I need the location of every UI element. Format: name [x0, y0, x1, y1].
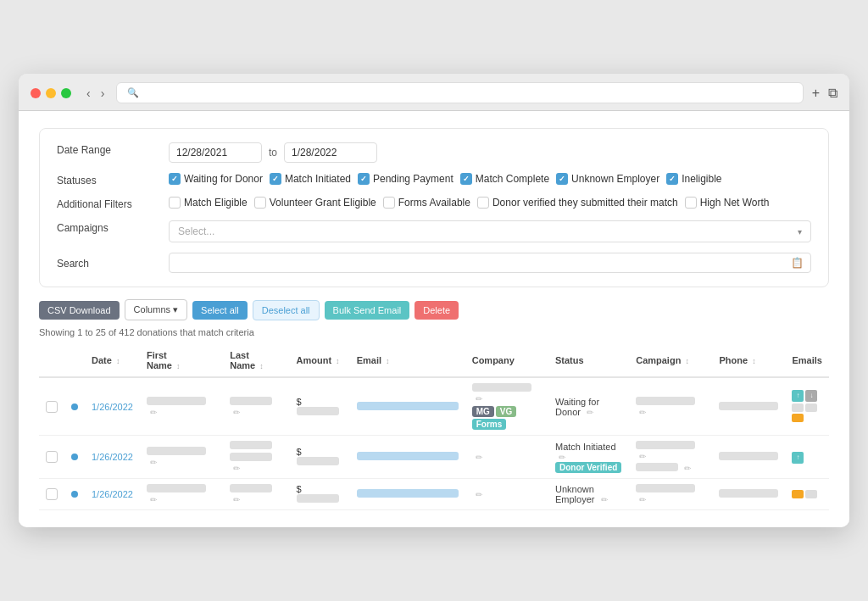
date-range-content: to: [169, 142, 811, 163]
statuses-label: Statuses: [57, 173, 159, 186]
filter-volunteer[interactable]: Volunteer Grant Eligible: [254, 197, 376, 209]
checkbox-initiated[interactable]: [270, 173, 281, 185]
status-waiting[interactable]: Waiting for Donor: [169, 173, 263, 185]
row1-dot-cell: [64, 377, 85, 436]
row1-checkbox[interactable]: [46, 401, 58, 413]
date-from-input[interactable]: [169, 142, 262, 163]
close-button[interactable]: [31, 88, 41, 98]
row3-checkbox[interactable]: [46, 488, 58, 500]
search-label: Search: [57, 256, 159, 270]
delete-button[interactable]: Delete: [415, 301, 459, 320]
status-complete[interactable]: Match Complete: [460, 173, 549, 185]
checkbox-ineligible[interactable]: [666, 173, 678, 185]
row1-edit-firstname-icon[interactable]: ✏: [150, 408, 157, 417]
checkbox-volunteer[interactable]: [254, 197, 266, 209]
row1-edit-status-icon[interactable]: ✏: [587, 408, 593, 417]
checkbox-forms[interactable]: [383, 197, 395, 209]
row1-email-icon1[interactable]: ↑: [792, 390, 804, 402]
row3-company: ✏: [465, 479, 548, 510]
row2-checkbox-cell[interactable]: [39, 436, 64, 479]
campaigns-select[interactable]: Select... ▾: [169, 220, 811, 242]
row1-campaign: ✏: [629, 377, 712, 436]
browser-chrome: ‹ › 🔍 + ⧉: [19, 74, 849, 111]
filter-match-eligible[interactable]: Match Eligible: [169, 197, 248, 209]
row3-last-name: ✏: [223, 479, 289, 510]
row2-edit-campaign2-icon[interactable]: ✏: [684, 464, 691, 473]
row2-edit-status-icon[interactable]: ✏: [559, 453, 565, 462]
columns-button[interactable]: Columns ▾: [125, 299, 187, 320]
th-campaign[interactable]: Campaign ↕: [629, 344, 712, 377]
row1-edit-campaign-icon[interactable]: ✏: [639, 408, 646, 417]
checkbox-match-eligible[interactable]: [169, 197, 181, 209]
row3-edit-company-icon[interactable]: ✏: [476, 490, 482, 499]
row3-edit-status-icon[interactable]: ✏: [601, 495, 608, 504]
checkbox-donor-verified[interactable]: [477, 197, 489, 209]
checkbox-waiting[interactable]: [169, 173, 181, 185]
row2-edit-campaign-icon[interactable]: ✏: [639, 452, 646, 461]
maximize-button[interactable]: [61, 88, 71, 98]
row2-edit-company-icon[interactable]: ✏: [476, 453, 482, 462]
th-email[interactable]: Email ↕: [350, 344, 465, 377]
status-ineligible[interactable]: Ineligible: [666, 173, 721, 185]
row3-edit-firstname-icon[interactable]: ✏: [150, 495, 157, 504]
th-select: [39, 344, 64, 377]
table-row: 1/26/2022 ✏ ✏ $: [39, 377, 829, 436]
bulk-send-email-button[interactable]: Bulk Send Email: [325, 301, 410, 320]
th-last-name[interactable]: LastName ↕: [223, 344, 289, 377]
row1-email-yellow-icon: [792, 414, 804, 422]
row2-status: Match Initiated ✏ Donor Verified: [548, 436, 629, 479]
row1-email-icon2[interactable]: ↓: [805, 390, 817, 402]
status-pending[interactable]: Pending Payment: [358, 173, 453, 185]
row2-dot-cell: [64, 436, 85, 479]
status-initiated[interactable]: Match Initiated: [270, 173, 351, 185]
date-to-input[interactable]: [284, 142, 377, 163]
filter-donor-verified[interactable]: Donor verified they submitted their matc…: [477, 197, 678, 209]
forward-button[interactable]: ›: [97, 85, 108, 102]
row3-dot: [71, 491, 78, 498]
checkbox-pending[interactable]: [358, 173, 370, 185]
checkbox-complete[interactable]: [460, 173, 472, 185]
toolbar: CSV Download Columns ▾ Select all Desele…: [39, 299, 829, 320]
back-button[interactable]: ‹: [83, 85, 94, 102]
row2-email-icon1[interactable]: ↑: [792, 452, 804, 464]
checkbox-high-net-worth[interactable]: [685, 197, 697, 209]
search-input[interactable]: [176, 257, 791, 269]
row1-checkbox-cell[interactable]: [39, 377, 64, 436]
row2-edit-lastname-icon[interactable]: ✏: [233, 464, 240, 473]
deselect-all-button[interactable]: Deselect all: [253, 300, 320, 320]
date-range-label: Date Range: [57, 142, 159, 156]
sort-email-icon: ↕: [386, 357, 390, 365]
row3-email-icon1: [792, 490, 804, 498]
th-first-name[interactable]: FirstName ↕: [140, 344, 223, 377]
minimize-button[interactable]: [46, 88, 56, 98]
status-unknown[interactable]: Unknown Employer: [556, 173, 659, 185]
campaigns-dropdown-icon: ▾: [798, 227, 802, 237]
statuses-content: Waiting for Donor Match Initiated Pendin…: [169, 173, 811, 185]
campaigns-content: Select... ▾: [169, 220, 811, 242]
table-header-row: Date ↕ FirstName ↕ LastName ↕ Amount ↕ E…: [39, 344, 829, 377]
row1-edit-lastname-icon[interactable]: ✏: [233, 408, 240, 417]
row1-emails: ↑ ↓: [785, 377, 829, 436]
new-tab-button[interactable]: +: [812, 86, 820, 101]
row2-edit-firstname-icon[interactable]: ✏: [150, 458, 157, 467]
checkbox-unknown[interactable]: [556, 173, 568, 185]
filter-forms[interactable]: Forms Available: [383, 197, 470, 209]
row1-edit-company-icon[interactable]: ✏: [476, 394, 482, 403]
row3-checkbox-cell[interactable]: [39, 479, 64, 510]
th-amount[interactable]: Amount ↕: [290, 344, 350, 377]
row1-first-name: ✏: [140, 377, 223, 436]
url-bar[interactable]: 🔍: [116, 82, 803, 103]
csv-download-button[interactable]: CSV Download: [39, 301, 120, 320]
row3-edit-campaign-icon[interactable]: ✏: [639, 495, 646, 504]
row3-edit-lastname-icon[interactable]: ✏: [233, 495, 240, 504]
th-date[interactable]: Date ↕: [85, 344, 140, 377]
row2-checkbox[interactable]: [46, 451, 58, 463]
filter-high-net-worth[interactable]: High Net Worth: [685, 197, 770, 209]
select-all-button[interactable]: Select all: [192, 301, 248, 320]
sort-campaign-icon: ↕: [685, 357, 689, 365]
row3-amount: $: [290, 479, 350, 510]
row2-first-name: ✏: [140, 436, 223, 479]
th-phone[interactable]: Phone ↕: [712, 344, 785, 377]
date-range-row: Date Range to: [57, 142, 811, 163]
copy-window-button[interactable]: ⧉: [828, 86, 837, 101]
